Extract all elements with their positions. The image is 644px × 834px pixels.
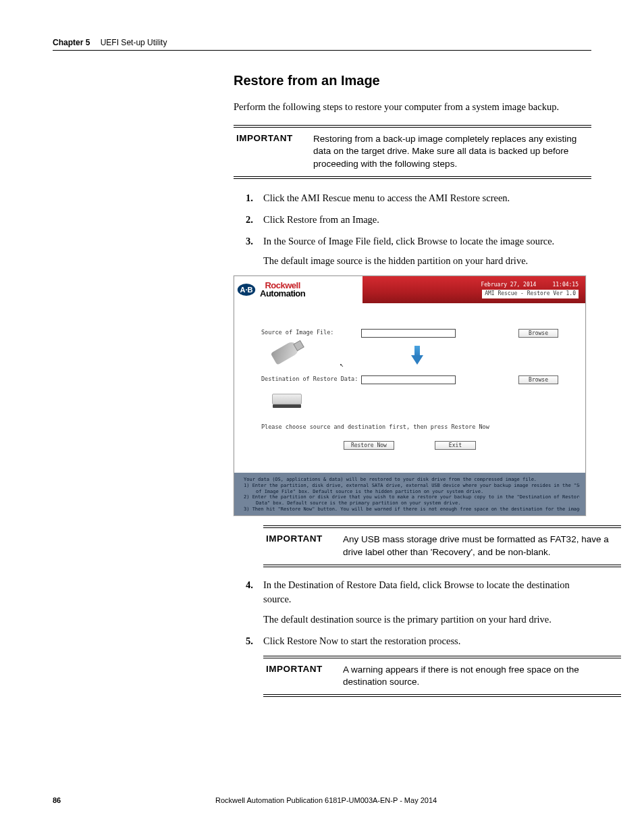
important-label: IMPORTANT xyxy=(234,132,313,172)
hard-drive-icon xyxy=(272,394,302,405)
header-red-band: February 27, 2014 11:04:15 AMI Rescue - … xyxy=(363,276,585,303)
logo-line2: Automation xyxy=(260,290,305,298)
arrow-down-icon xyxy=(411,346,423,366)
source-label: Source of Image File: xyxy=(261,329,361,336)
restore-now-button[interactable]: Restore Now xyxy=(344,441,394,450)
screenshot-footer: Your data (OS, applications & data) will… xyxy=(234,473,585,515)
page-number: 86 xyxy=(53,796,61,804)
destination-input[interactable] xyxy=(361,375,456,384)
step-list: Click the AMI Rescue menu to access the … xyxy=(234,191,591,269)
step-subtext: The default destination source is the pr… xyxy=(263,613,591,627)
step-text: Click the AMI Rescue menu to access the … xyxy=(263,192,510,203)
step-1: Click the AMI Rescue menu to access the … xyxy=(234,191,591,206)
browse-source-button[interactable]: Browse xyxy=(518,329,558,338)
running-header: Chapter 5 UEFI Set-up Utility xyxy=(53,38,591,51)
important-label: IMPORTANT xyxy=(263,662,343,689)
usb-drive-icon xyxy=(271,340,301,365)
chapter-title: UEFI Set-up Utility xyxy=(101,38,167,47)
section-heading: Restore from an Image xyxy=(234,73,591,88)
step-subtext: The default image source is the hidden p… xyxy=(263,254,591,269)
header-date: February 27, 2014 xyxy=(481,282,536,288)
footer-line: Data" box. Default source is the primary… xyxy=(244,500,580,506)
exit-button[interactable]: Exit xyxy=(435,441,476,450)
ab-badge-icon: A·B xyxy=(238,284,255,296)
screenshot-header: A·B Rockwell Automation February 27, 201… xyxy=(234,276,585,303)
step-3: In the Source of Image File field, click… xyxy=(234,234,591,269)
source-input[interactable] xyxy=(361,329,456,338)
page-footer: 86 Rockwell Automation Publication 6181P… xyxy=(53,796,591,804)
step-text: Click Restore from an Image. xyxy=(263,214,379,225)
step-text: Click Restore Now to start the restorati… xyxy=(263,635,460,646)
screenshot-body: Source of Image File: Browse ↖ Destinati… xyxy=(234,303,585,473)
instruction-text: Please choose source and destination fir… xyxy=(261,423,558,430)
footer-line: 3) Then hit "Restore Now" button. You wi… xyxy=(244,506,580,513)
logo-area: A·B Rockwell Automation xyxy=(234,276,363,303)
step-4: In the Destination of Restore Data field… xyxy=(234,578,591,627)
footer-line: of Image File" box. Default source is th… xyxy=(244,489,580,495)
main-content: Restore from an Image Perform the follow… xyxy=(234,73,591,708)
ami-restore-screenshot: A·B Rockwell Automation February 27, 201… xyxy=(234,276,586,516)
destination-label: Destination of Restore Data: xyxy=(261,375,361,382)
step-list-continued: In the Destination of Restore Data field… xyxy=(234,578,591,649)
step-text: In the Destination of Restore Data field… xyxy=(263,579,570,605)
step-5: Click Restore Now to start the restorati… xyxy=(234,634,591,649)
header-time: 11:04:15 xyxy=(552,282,579,288)
rockwell-logo: Rockwell Automation xyxy=(260,282,305,298)
chapter-label: Chapter 5 xyxy=(53,38,90,47)
step-2: Click Restore from an Image. xyxy=(234,213,591,228)
footer-line: 2) Enter the partition or disk drive tha… xyxy=(244,494,580,500)
important-label: IMPORTANT xyxy=(263,532,343,559)
important-callout-1: IMPORTANT Restoring from a back-up image… xyxy=(234,125,591,180)
important-text: Any USB mass storage drive must be forma… xyxy=(343,532,621,559)
intro-paragraph: Perform the following steps to restore y… xyxy=(234,101,591,114)
browse-destination-button[interactable]: Browse xyxy=(518,375,558,384)
publication-info: Rockwell Automation Publication 6181P-UM… xyxy=(61,796,591,804)
important-text: Restoring from a back-up image completel… xyxy=(313,132,591,172)
header-version: AMI Rescue - Restore Ver 1.0 xyxy=(482,290,579,298)
important-text: A warning appears if there is not enough… xyxy=(343,662,621,689)
step-text: In the Source of Image File field, click… xyxy=(263,236,554,246)
important-callout-2: IMPORTANT Any USB mass storage drive mus… xyxy=(263,525,621,567)
footer-line: Your data (OS, applications & data) will… xyxy=(244,477,580,483)
footer-line: 1) Enter the partition, disk drive, exte… xyxy=(244,483,580,489)
important-callout-3: IMPORTANT A warning appears if there is … xyxy=(263,656,621,698)
